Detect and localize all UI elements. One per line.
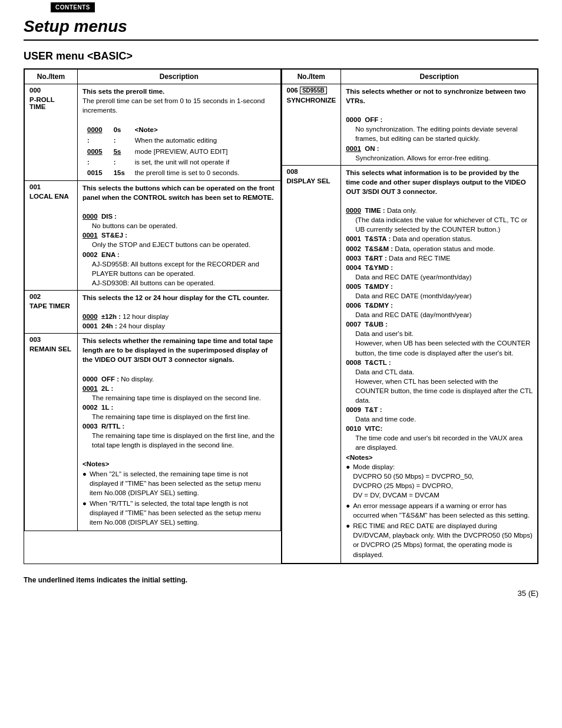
item-name: TAPE TIMER [29,302,72,309]
item-name: P-ROLL TIME [29,96,72,110]
table-row: 000 P-ROLL TIME This sets the preroll ti… [25,84,281,181]
section-heading: USER menu <BASIC> [24,50,538,62]
item-description: This selects the 12 or 24 hour display f… [78,290,281,333]
item-description: This selects what information is to be p… [341,165,538,563]
right-header-no-item: No./Item [282,70,341,84]
footer-note: The underlined items indicates the initi… [24,576,538,584]
item-name: SYNCHRONIZE [287,97,336,104]
item-description: This sets the preroll time. The preroll … [78,84,281,181]
main-table: No./Item Description 000 P-ROLL TIME Thi… [24,68,538,564]
item-number: 002 [29,293,72,300]
left-column: No./Item Description 000 P-ROLL TIME Thi… [24,69,282,564]
table-row: 008 DISPLAY SEL This selects what inform… [282,165,538,563]
item-number: 003 [29,336,72,343]
page-title: Setup menus [24,17,538,41]
item-name: DISPLAY SEL [287,177,336,185]
table-row: 002 TAPE TIMER This selects the 12 or 24… [25,290,281,333]
model-badge: SD955B [300,87,327,94]
table-row: 001 LOCAL ENA This selects the buttons w… [25,180,281,290]
page-number: 35 (E) [24,589,538,598]
item-description: This selects whether the remaining tape … [78,334,281,531]
left-header-desc: Description [78,70,281,84]
item-number: 001 [29,183,72,190]
table-row: 006 SD955B SYNCHRONIZE This selects whet… [282,84,538,166]
item-description: This selects the buttons which can be op… [78,180,281,290]
left-header-no-item: No./Item [25,70,78,84]
item-number: 006 SD955B [287,87,336,94]
right-column: No./Item Description 006 SD955B SYNCHRON… [282,69,538,564]
item-name: LOCAL ENA [29,193,72,200]
item-name: REMAIN SEL [29,345,72,353]
right-header-desc: Description [341,70,538,84]
item-description: This selects whether or not to synchroni… [341,84,538,166]
item-number: 000 [29,87,72,94]
table-row: 003 REMAIN SEL This selects whether the … [25,334,281,531]
contents-tab[interactable]: CONTENTS [51,2,95,12]
item-number: 008 [287,168,336,175]
